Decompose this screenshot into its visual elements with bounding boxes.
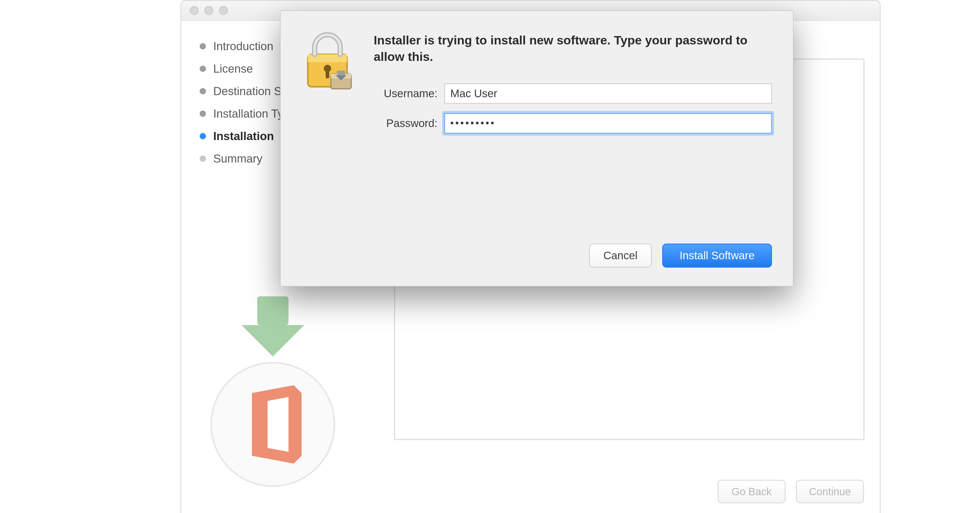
step-label: Introduction [213, 40, 274, 53]
password-input[interactable] [444, 113, 772, 134]
step-bullet-icon [200, 65, 206, 72]
svg-rect-6 [326, 70, 329, 78]
username-label: Username: [374, 87, 444, 100]
step-bullet-icon [200, 156, 206, 162]
svg-point-2 [211, 363, 334, 486]
step-bullet-icon [200, 133, 206, 139]
svg-rect-0 [257, 296, 288, 325]
auth-sheet: Installer is trying to install new softw… [280, 10, 794, 287]
traffic-zoom-icon[interactable] [219, 6, 228, 15]
step-label: Installation [213, 130, 274, 143]
step-bullet-icon [200, 110, 206, 117]
password-label: Password: [374, 117, 444, 130]
step-bullet-icon [200, 43, 206, 49]
auth-prompt-text: Installer is trying to install new softw… [374, 32, 772, 65]
continue-button[interactable]: Continue [796, 480, 864, 503]
username-input[interactable] [444, 83, 772, 104]
step-label: Summary [213, 152, 262, 165]
go-back-button[interactable]: Go Back [718, 480, 786, 503]
username-row: Username: [374, 83, 772, 104]
office-download-art-icon [202, 288, 338, 487]
step-label: License [213, 62, 253, 75]
svg-marker-1 [242, 325, 304, 357]
step-bullet-icon [200, 88, 206, 94]
traffic-minimize-icon[interactable] [204, 6, 213, 15]
cancel-button[interactable]: Cancel [589, 244, 652, 268]
auth-button-row: Cancel Install Software [589, 244, 772, 268]
lock-installer-icon [302, 32, 359, 92]
traffic-close-icon[interactable] [190, 6, 199, 15]
install-software-button[interactable]: Install Software [662, 244, 772, 268]
installer-footer-buttons: Go Back Continue [718, 480, 864, 503]
password-row: Password: [374, 113, 772, 134]
